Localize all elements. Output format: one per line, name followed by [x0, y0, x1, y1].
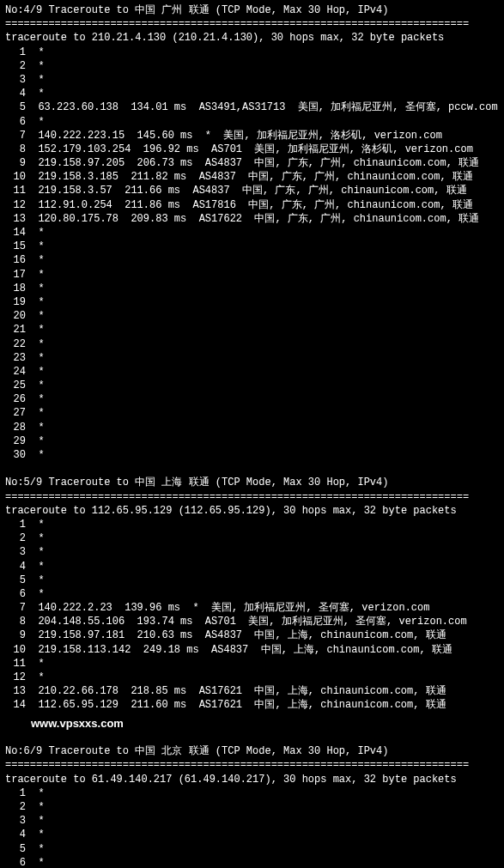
hop-detail: *	[26, 393, 45, 405]
hop-detail: *	[26, 561, 45, 573]
hop-number: 30	[5, 448, 26, 462]
hop-number: 26	[5, 392, 26, 406]
hop-number: 5	[5, 100, 26, 114]
hop-detail: *	[26, 254, 45, 266]
hop-detail: *	[26, 310, 45, 322]
hop-detail: *	[26, 801, 45, 813]
hop-row: 7 140.222.223.15 145.60 ms * 美国, 加利福尼亚州,…	[5, 129, 499, 143]
hop-row: 12 112.91.0.254 211.86 ms AS17816 中国, 广东…	[5, 198, 499, 212]
hop-detail: 219.158.97.181 210.63 ms AS4837 中国, 上海, …	[26, 629, 446, 641]
hop-detail: *	[26, 422, 45, 434]
hop-number: 2	[5, 531, 26, 545]
hop-detail: *	[26, 435, 45, 447]
hop-number: 3	[5, 814, 26, 828]
hop-number: 22	[5, 337, 26, 351]
hop-detail: 219.158.3.185 211.82 ms AS4837 中国, 广东, 广…	[26, 171, 473, 183]
hop-row: 13 120.80.175.78 209.83 ms AS17622 中国, 广…	[5, 212, 499, 226]
trace-header: No:4/9 Traceroute to 中国 广州 联通 (TCP Mode,…	[5, 3, 499, 17]
hop-detail: *	[26, 269, 45, 281]
hop-number: 1	[5, 518, 26, 531]
hop-number: 20	[5, 309, 26, 323]
hop-number: 13	[5, 212, 26, 226]
hop-number: 21	[5, 323, 26, 337]
hop-number: 14	[5, 698, 26, 712]
hop-number: 7	[5, 129, 26, 143]
terminal-output: No:4/9 Traceroute to 中国 广州 联通 (TCP Mode,…	[0, 0, 504, 868]
hop-row: 10 219.158.113.142 249.18 ms AS4837 中国, …	[5, 643, 499, 657]
hop-detail: *	[26, 407, 45, 419]
hop-number: 5	[5, 574, 26, 587]
hop-row: 3 *	[5, 73, 499, 87]
hop-number: 27	[5, 406, 26, 420]
hop-detail: 210.22.66.178 218.85 ms AS17621 中国, 上海, …	[26, 685, 446, 697]
hop-detail: 120.80.175.78 209.83 ms AS17622 中国, 广东, …	[26, 213, 479, 225]
watermark-small: www.vpsxxs.com	[5, 713, 499, 731]
trace-header: No:5/9 Traceroute to 中国 上海 联通 (TCP Mode,…	[5, 476, 499, 489]
hop-number: 11	[5, 184, 26, 197]
hop-row: 3 *	[5, 814, 499, 828]
hop-number: 1	[5, 46, 26, 59]
hop-detail: *	[26, 671, 45, 683]
hop-number: 13	[5, 684, 26, 698]
hop-detail: *	[26, 519, 45, 531]
hop-number: 8	[5, 143, 26, 156]
hop-row: 24 *	[5, 365, 499, 379]
hop-detail: *	[26, 296, 45, 308]
hop-number: 25	[5, 379, 26, 392]
hop-detail: *	[26, 787, 45, 799]
hop-detail: *	[26, 829, 45, 841]
hop-detail: *	[26, 658, 45, 670]
blank-line	[5, 731, 499, 744]
hop-row: 2 *	[5, 800, 499, 814]
hop-row: 5 *	[5, 574, 499, 587]
hop-number: 29	[5, 434, 26, 448]
hop-detail: 140.222.223.15 145.60 ms * 美国, 加利福尼亚州, 洛…	[26, 130, 442, 142]
hop-detail: *	[26, 574, 45, 586]
hop-number: 9	[5, 628, 26, 642]
hop-detail: *	[26, 46, 45, 58]
hop-detail: *	[26, 449, 45, 461]
hop-row: 6 *	[5, 856, 499, 868]
hop-detail: 112.65.95.129 211.60 ms AS17621 中国, 上海, …	[26, 699, 446, 711]
hop-row: 4 *	[5, 560, 499, 574]
hop-number: 2	[5, 59, 26, 73]
hop-number: 4	[5, 828, 26, 841]
hop-row: 13 210.22.66.178 218.85 ms AS17621 中国, 上…	[5, 684, 499, 698]
hop-number: 3	[5, 73, 26, 87]
hop-row: 5 *	[5, 842, 499, 856]
hop-row: 3 *	[5, 545, 499, 559]
hop-row: 4 *	[5, 87, 499, 100]
hop-detail: *	[26, 116, 45, 128]
hop-row: 8 152.179.103.254 196.92 ms AS701 美国, 加利…	[5, 143, 499, 156]
hop-number: 6	[5, 115, 26, 129]
hop-number: 8	[5, 615, 26, 628]
hop-number: 18	[5, 282, 26, 295]
hop-detail: *	[26, 857, 45, 868]
hop-row: 5 63.223.60.138 134.01 ms AS3491,AS31713…	[5, 100, 499, 114]
hop-row: 11 *	[5, 657, 499, 671]
hop-row: 1 *	[5, 46, 499, 59]
hop-row: 28 *	[5, 421, 499, 434]
hop-row: 15 *	[5, 240, 499, 253]
hop-detail: *	[26, 227, 45, 239]
hop-number: 17	[5, 268, 26, 282]
hop-row: 23 *	[5, 351, 499, 365]
rule-line: ========================================…	[5, 17, 499, 31]
hop-row: 2 *	[5, 531, 499, 545]
rule-line: ========================================…	[5, 758, 499, 772]
hop-detail: *	[26, 546, 45, 558]
trace-subheader: traceroute to 112.65.95.129 (112.65.95.1…	[5, 504, 499, 518]
hop-row: 19 *	[5, 295, 499, 309]
hop-row: 21 *	[5, 323, 499, 337]
hop-row: 22 *	[5, 337, 499, 351]
hop-row: 6 *	[5, 587, 499, 601]
hop-detail: *	[26, 843, 45, 855]
hop-row: 29 *	[5, 434, 499, 448]
hop-row: 9 219.158.97.205 206.73 ms AS4837 中国, 广东…	[5, 156, 499, 170]
hop-detail: *	[26, 366, 45, 378]
hop-row: 12 *	[5, 671, 499, 684]
hop-row: 4 *	[5, 828, 499, 841]
hop-number: 15	[5, 240, 26, 253]
hop-detail: 63.223.60.138 134.01 ms AS3491,AS31713 美…	[26, 101, 498, 113]
hop-detail: *	[26, 240, 45, 252]
